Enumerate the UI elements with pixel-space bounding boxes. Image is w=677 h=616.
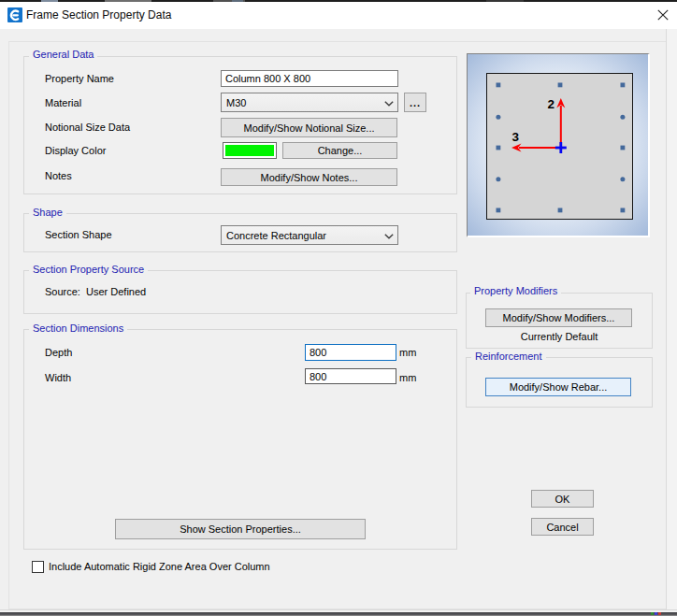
svg-text:3: 3 [512,130,520,144]
svg-text:2: 2 [547,97,555,111]
